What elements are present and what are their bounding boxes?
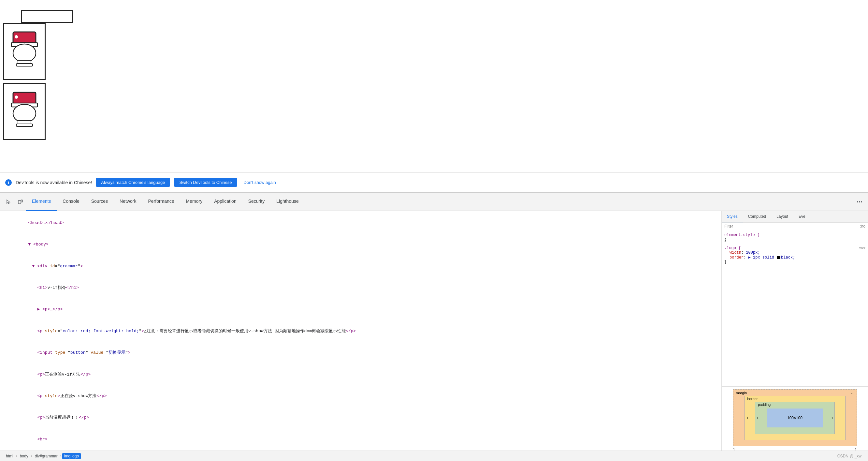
box-model-diagram: margin - border 1 padding - 1 1: [733, 389, 857, 448]
styles-tab-bar: Styles Computed Layout Eve: [722, 211, 868, 223]
padding-layer: padding - 1 1 - 100×100: [755, 402, 835, 434]
padding-bottom-dash: -: [755, 429, 834, 433]
html-line: <p style>正在验v-show方法</p>: [0, 385, 721, 407]
breadcrumb-body[interactable]: body: [18, 453, 30, 459]
tab-elements[interactable]: Elements: [26, 193, 57, 211]
breadcrumb-img-logo[interactable]: img.logo: [62, 453, 81, 459]
style-rule-logo: .logo { vue width: 100px; border: ▶ 1px …: [724, 246, 865, 264]
select-element-icon[interactable]: [3, 196, 14, 208]
more-tabs-icon[interactable]: [854, 196, 865, 208]
style-prop-border: border: ▶ 1px solid black;: [724, 255, 865, 260]
tab-sources[interactable]: Sources: [85, 193, 114, 211]
tab-layout[interactable]: Layout: [771, 211, 794, 222]
border-layer: border 1 padding - 1 1 -: [745, 396, 845, 440]
info-message: DevTools is now available in Chinese!: [16, 180, 92, 185]
always-match-language-button[interactable]: Always match Chrome's language: [96, 178, 170, 187]
tab-network[interactable]: Network: [114, 193, 142, 211]
border-label: border: [747, 397, 758, 401]
black-rect: [21, 10, 73, 23]
style-close: }: [724, 237, 865, 242]
filter-colon: :ho: [860, 224, 865, 229]
style-prop-width: width: 100px;: [724, 250, 865, 255]
style-rule-element: element.style { }: [724, 233, 865, 242]
info-icon: i: [5, 179, 12, 186]
style-rule-logo-header: .logo { vue: [724, 246, 865, 250]
svg-point-9: [13, 104, 36, 123]
styles-content: element.style { } .logo { vue width: 100…: [722, 230, 868, 386]
toilet-container: [0, 0, 868, 143]
html-line: ▶ <p>…</p>: [0, 299, 721, 320]
margin-layer: margin - border 1 padding - 1 1: [733, 389, 857, 446]
html-line: <p style="color: red; font-weight: bold;…: [0, 320, 721, 342]
styles-filter-input[interactable]: [724, 224, 859, 229]
svg-rect-12: [18, 201, 21, 204]
tab-application[interactable]: Application: [208, 193, 242, 211]
dont-show-again-button[interactable]: Don't show again: [241, 178, 279, 187]
svg-point-7: [15, 95, 18, 99]
border-left-val: 1: [747, 416, 749, 420]
tab-performance[interactable]: Performance: [142, 193, 180, 211]
tab-event-listeners[interactable]: Eve: [794, 211, 811, 222]
webpage-area: i DevTools is now available in Chinese! …: [0, 0, 868, 192]
html-line: <p>正在测验v-if方法</p>: [0, 364, 721, 385]
html-panel[interactable]: <head>…</head> ▼ <body> ▼ <div id="gramm…: [0, 211, 721, 451]
style-source-link[interactable]: vue: [859, 246, 865, 250]
toilet-image-1: [3, 23, 45, 80]
content-box: 100×100: [767, 408, 823, 427]
padding-top-dash: -: [755, 403, 834, 407]
margin-top-val: -: [851, 391, 853, 395]
switch-devtools-chinese-button[interactable]: Switch DevTools to Chinese: [174, 178, 237, 187]
main-content: <head>…</head> ▼ <body> ▼ <div id="gramm…: [0, 211, 868, 451]
device-toolbar-icon[interactable]: [14, 196, 26, 208]
breadcrumb: html › body › div#grammar › img.logo CSD…: [0, 451, 868, 461]
breadcrumb-div-grammar[interactable]: div#grammar: [33, 453, 60, 459]
html-line: <input type="button" value="切换显示">: [0, 342, 721, 364]
tab-console[interactable]: Console: [57, 193, 85, 211]
html-line: ▼ <div id="grammar">: [0, 256, 721, 277]
html-line: <hr>: [0, 429, 721, 450]
tab-memory[interactable]: Memory: [180, 193, 209, 211]
csdn-watermark: CSDN @ _xw: [837, 454, 862, 458]
html-line: <head>…</head>: [0, 212, 721, 234]
style-selector: element.style {: [724, 233, 865, 237]
box-bottom-vals: 1 1: [733, 448, 857, 451]
border-bottom-val: 1: [733, 448, 735, 451]
margin-bottom-val: 1: [855, 448, 857, 451]
svg-point-3: [13, 44, 36, 62]
svg-rect-13: [21, 200, 23, 202]
html-line: <h1>v-bind指令</h1>: [0, 450, 721, 451]
info-bar: i DevTools is now available in Chinese! …: [0, 172, 868, 192]
breadcrumb-html[interactable]: html: [4, 453, 15, 459]
svg-point-15: [859, 201, 860, 202]
padding-left-val: 1: [756, 416, 758, 420]
tab-lighthouse[interactable]: Lighthouse: [271, 193, 305, 211]
tab-computed[interactable]: Computed: [743, 211, 771, 222]
tab-styles[interactable]: Styles: [722, 211, 743, 222]
svg-point-16: [861, 201, 862, 202]
tab-security[interactable]: Security: [242, 193, 271, 211]
svg-point-14: [857, 201, 858, 202]
svg-point-1: [15, 35, 18, 38]
padding-right-val: 1: [831, 416, 833, 420]
styles-panel: Styles Computed Layout Eve :ho: [721, 211, 868, 451]
tab-bar: Elements Console Sources Network Perform…: [0, 193, 868, 211]
content-dimensions: 100×100: [787, 416, 803, 420]
margin-label: margin: [736, 391, 747, 395]
style-close: }: [724, 260, 865, 264]
box-model: margin - border 1 padding - 1 1: [722, 386, 868, 451]
html-line: <h1>v-if指令</h1>: [0, 277, 721, 299]
devtools-panel: Elements Console Sources Network Perform…: [0, 192, 868, 461]
toilet-image-2: [3, 83, 45, 140]
html-line: ▼ <body>: [0, 234, 721, 255]
filter-bar: :ho: [722, 223, 868, 230]
html-line: <p>当前温度超标！！</p>: [0, 407, 721, 429]
svg-rect-11: [16, 124, 33, 126]
svg-rect-5: [16, 64, 33, 66]
